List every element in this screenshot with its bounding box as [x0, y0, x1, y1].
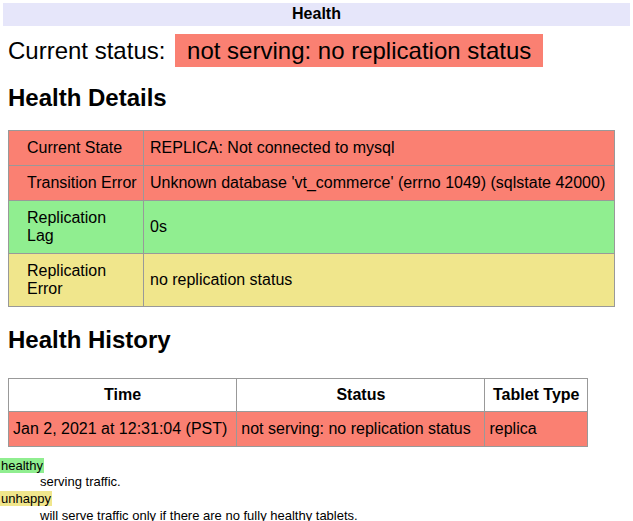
- detail-value: Unknown database 'vt_commerce' (errno 10…: [144, 166, 615, 201]
- legend-definition: will serve traffic only if there are no …: [40, 508, 633, 521]
- history-column-header: Status: [237, 378, 485, 411]
- detail-label: Replication Error: [9, 254, 144, 307]
- detail-row: Replication Errorno replication status: [9, 254, 615, 307]
- current-status-badge: not serving: no replication status: [175, 34, 543, 67]
- detail-label: Current State: [9, 131, 144, 166]
- history-status-cell: not serving: no replication status: [237, 411, 485, 446]
- current-status-line: Current status: not serving: no replicat…: [8, 37, 615, 65]
- legend-term-chip: healthy: [0, 458, 44, 473]
- detail-value: 0s: [144, 201, 615, 254]
- legend-term: unhappy: [0, 491, 633, 508]
- health-history-heading: Health History: [8, 326, 615, 354]
- health-details-table: Current StateREPLICA: Not connected to m…: [8, 130, 615, 307]
- health-details-heading: Health Details: [8, 84, 615, 112]
- detail-value: no replication status: [144, 254, 615, 307]
- detail-row: Current StateREPLICA: Not connected to m…: [9, 131, 615, 166]
- legend-term-chip: unhappy: [0, 491, 52, 506]
- health-legend: healthyserving traffic.unhappywill serve…: [0, 458, 633, 521]
- legend-term: healthy: [0, 458, 633, 475]
- detail-label: Transition Error: [9, 166, 144, 201]
- detail-label: Replication Lag: [9, 201, 144, 254]
- history-row: Jan 2, 2021 at 12:31:04 (PST)not serving…: [9, 411, 588, 446]
- detail-value: REPLICA: Not connected to mysql: [144, 131, 615, 166]
- history-tablet-type-cell: replica: [485, 411, 588, 446]
- history-time-cell: Jan 2, 2021 at 12:31:04 (PST): [9, 411, 237, 446]
- current-status-label: Current status:: [8, 37, 165, 64]
- main-content: Current status: not serving: no replicat…: [8, 37, 615, 447]
- legend-definition: serving traffic.: [40, 474, 633, 491]
- health-history-table: TimeStatusTablet Type Jan 2, 2021 at 12:…: [8, 378, 588, 447]
- detail-row: Replication Lag0s: [9, 201, 615, 254]
- history-header-row: TimeStatusTablet Type: [9, 378, 588, 411]
- history-column-header: Tablet Type: [485, 378, 588, 411]
- page-title: Health: [3, 3, 630, 26]
- history-column-header: Time: [9, 378, 237, 411]
- detail-row: Transition ErrorUnknown database 'vt_com…: [9, 166, 615, 201]
